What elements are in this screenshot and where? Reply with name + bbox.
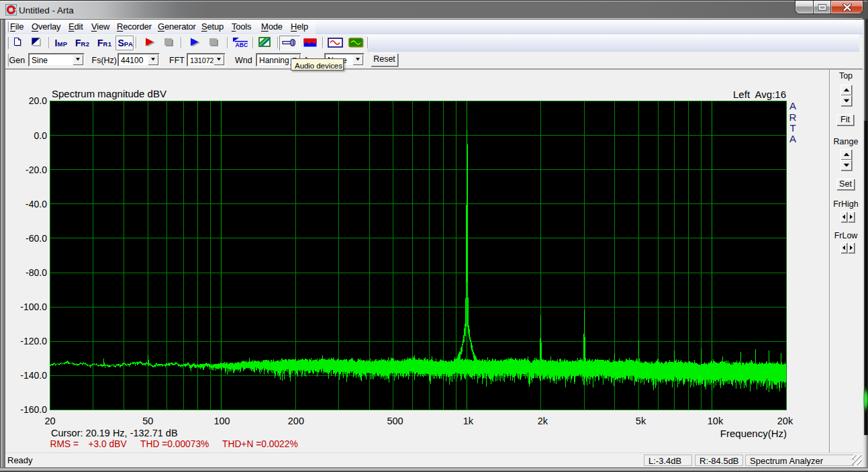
- svg-text:ABC: ABC: [236, 42, 248, 48]
